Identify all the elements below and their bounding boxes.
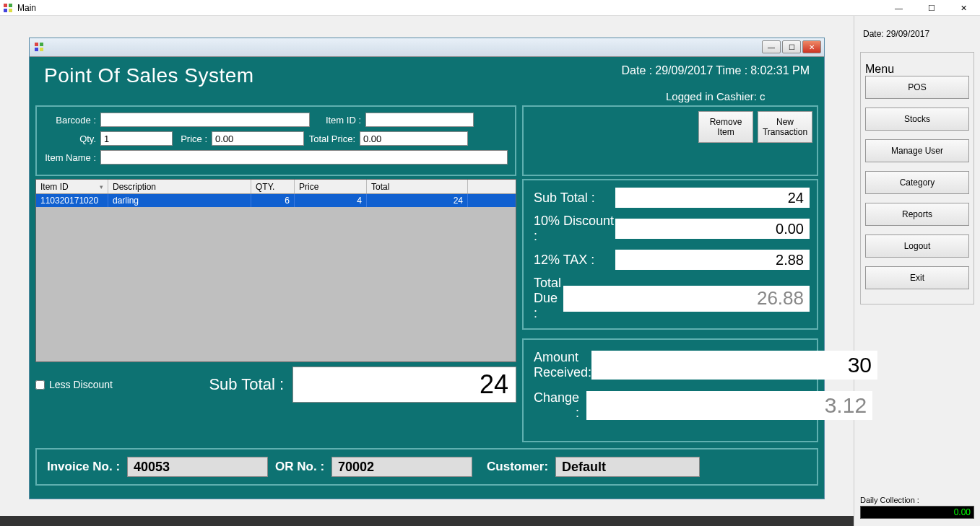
menu-pos-button[interactable]: POS [865,76,969,99]
totals-due-label: Total Due : [534,276,563,321]
cashier-value: c [760,90,766,102]
status-strip [0,516,854,526]
change-value [586,391,872,420]
date-label: Date : [622,64,653,77]
sort-icon: ▾ [100,183,103,190]
mdi-maximize-button[interactable]: ☐ [782,40,801,53]
maximize-button[interactable]: ☐ [915,0,948,16]
remove-item-button[interactable]: Remove Item [698,111,753,143]
totals-discount-value [615,219,810,239]
less-discount-checkbox[interactable]: Less Discount [35,379,113,390]
totals-panel: Sub Total : 10% Discount : 12% TAX : [522,179,818,330]
menu-stocks-button[interactable]: Stocks [865,108,969,131]
menu-category-button[interactable]: Category [865,171,969,194]
daily-collection-label: Daily Collection : [860,496,974,504]
svg-rect-6 [35,48,38,51]
form-icon [34,42,45,53]
barcode-input[interactable] [100,113,310,127]
col-description[interactable]: Description [108,180,251,193]
side-menu-panel: Date: 29/09/2017 Menu POS Stocks Manage … [854,16,980,526]
minimize-button[interactable]: — [883,0,915,16]
cell-desc: darling [108,194,251,207]
qty-label: Qty. [44,133,96,144]
pos-child-window: — ☐ ✕ Point Of Sales System Date : 29/09… [29,38,825,499]
invoice-footer: Invoice No. : OR No. : Customer: [35,448,818,486]
menu-group: Menu POS Stocks Manage User Category Rep… [860,52,974,304]
svg-rect-0 [4,4,7,7]
actions-panel: Remove Item New Transaction [522,105,818,176]
col-price[interactable]: Price [295,180,367,193]
change-label: Change : [534,390,586,421]
grid-header: Item ID▾ Description QTY. Price Total [36,180,516,194]
subtotal-label: Sub Total : [209,375,284,394]
totals-tax-label: 12% TAX : [534,253,615,268]
invoice-value [127,457,268,477]
barcode-label: Barcode : [44,115,96,126]
payment-panel: Amount Received: Change : [522,338,818,442]
svg-rect-4 [35,43,38,46]
col-qty[interactable]: QTY. [251,180,295,193]
time-label: Time : [716,64,747,77]
close-button[interactable]: ✕ [948,0,980,16]
menu-logout-button[interactable]: Logout [865,234,969,258]
mdi-titlebar: — ☐ ✕ [30,38,824,57]
cell-itemid: 110320171020 [36,194,108,207]
amount-received-input[interactable] [591,351,877,380]
grid-row[interactable]: 110320171020 darling 6 4 24 [36,194,516,207]
cell-total: 24 [367,194,468,207]
itemid-label: Item ID : [314,115,361,126]
mdi-close-button[interactable]: ✕ [802,40,821,53]
mdi-minimize-button[interactable]: — [762,40,781,53]
cashier-label: Logged in Cashier: [666,90,757,102]
or-value [331,457,472,477]
amount-received-label: Amount Received: [534,350,591,380]
svg-rect-7 [40,48,43,51]
price-input[interactable] [212,131,304,146]
invoice-label: Invoice No. : [47,460,120,474]
daily-collection-value: 0.00 [860,506,974,519]
subtotal-display[interactable] [292,367,516,403]
app-icon [3,3,13,13]
qty-input[interactable] [100,131,173,146]
app-title: Point Of Sales System [44,64,254,87]
svg-rect-1 [9,4,12,7]
price-label: Price : [177,133,207,144]
col-total[interactable]: Total [367,180,468,193]
menu-legend: Menu [865,63,894,75]
menu-reports-button[interactable]: Reports [865,203,969,226]
cell-price: 4 [295,194,367,207]
side-date-label: Date: 29/09/2017 [860,23,974,52]
totals-due-value [563,286,810,312]
menu-exit-button[interactable]: Exit [865,266,969,289]
item-entry-panel: Barcode : Item ID : Qty. Price : Total P… [35,105,516,176]
svg-rect-3 [9,9,12,12]
totals-subtotal-label: Sub Total : [534,190,615,206]
svg-rect-5 [40,43,43,46]
totals-tax-value [615,250,810,270]
itemname-input[interactable] [100,150,508,165]
customer-value[interactable] [555,457,700,477]
totalprice-input[interactable] [360,131,468,146]
col-itemid[interactable]: Item ID [40,182,69,192]
items-grid[interactable]: Item ID▾ Description QTY. Price Total 11… [35,179,516,362]
totals-subtotal-value [615,188,810,208]
or-label: OR No. : [275,460,324,474]
less-discount-label: Less Discount [49,379,113,390]
new-transaction-button[interactable]: New Transaction [758,111,812,143]
menu-manage-user-button[interactable]: Manage User [865,139,969,162]
date-value: 29/09/2017 [655,64,713,77]
totalprice-label: Total Price: [308,133,355,144]
cell-qty: 6 [251,194,295,207]
main-titlebar: Main — ☐ ✕ [0,0,980,16]
time-value: 8:02:31 PM [750,64,810,77]
svg-rect-2 [4,9,7,12]
less-discount-input[interactable] [35,380,45,390]
customer-label: Customer: [487,460,548,474]
itemid-input[interactable] [365,113,474,127]
totals-discount-label: 10% Discount : [534,214,615,244]
itemname-label: Item Name : [44,152,96,163]
window-title: Main [17,3,36,13]
